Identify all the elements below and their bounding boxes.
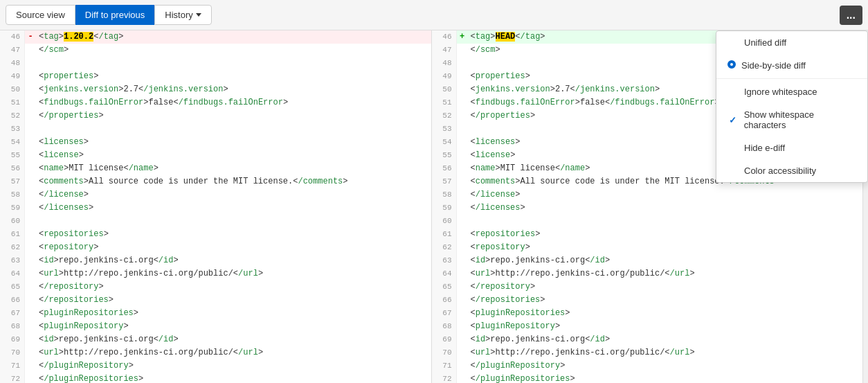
dropdown-item-show-ws[interactable]: ✓Show whitespace characters	[716, 103, 867, 136]
line-number: 72	[0, 373, 25, 383]
table-row: 51 <findbugs.failOnError>false</findbugs…	[0, 96, 431, 109]
line-content: </license>	[36, 188, 89, 202]
line-number: 55	[432, 149, 457, 162]
line-content: <name>MIT license</name>	[468, 162, 590, 175]
line-content: <repository>	[468, 241, 530, 254]
table-row: 72 </pluginRepositories>	[0, 373, 431, 383]
source-view-tab[interactable]: Source view	[6, 5, 75, 25]
table-row: 61 <repositories>	[432, 228, 863, 241]
line-content: <url>http://repo.jenkins-ci.org/public/<…	[468, 267, 695, 280]
line-content: <pluginRepository>	[36, 320, 129, 333]
line-content: </repository>	[36, 280, 104, 294]
line-number: 62	[432, 241, 457, 254]
table-row: 71 </pluginRepository>	[0, 359, 431, 373]
line-number: 60	[432, 215, 457, 228]
table-row: 69 <id>repo.jenkins-ci.org</id>	[0, 333, 431, 346]
line-content: </properties>	[468, 109, 536, 123]
line-number: 52	[432, 109, 457, 123]
table-row: 62 <repository>	[0, 241, 431, 254]
line-number: 72	[432, 373, 457, 383]
line-number: 59	[432, 202, 457, 215]
line-number: 64	[0, 267, 25, 280]
line-content: </pluginRepositories>	[36, 373, 143, 383]
more-options-button[interactable]: ...	[840, 6, 862, 25]
line-content: </scm>	[36, 44, 69, 57]
line-number: 56	[432, 162, 457, 175]
table-row: 47 </scm>	[0, 44, 431, 57]
table-row: 58 </license>	[0, 188, 431, 202]
line-content: <licenses>	[36, 136, 89, 149]
line-number: 67	[0, 307, 25, 320]
table-row: 65 </repository>	[0, 280, 431, 294]
chevron-down-icon	[196, 13, 201, 17]
table-row: 66 </repositories>	[0, 294, 431, 307]
line-number: 56	[0, 162, 25, 175]
line-content: <findbugs.failOnError>false</findbugs.fa…	[36, 96, 288, 109]
dropdown-item-unified[interactable]: Unified diff	[716, 31, 867, 54]
table-row: 65 </repository>	[432, 280, 863, 294]
line-content: </repositories>	[36, 294, 114, 307]
line-number: 71	[0, 359, 25, 373]
line-number: 71	[432, 359, 457, 373]
table-row: 58 </license>	[432, 188, 863, 202]
line-number: 49	[0, 70, 25, 83]
line-content: <repositories>	[36, 228, 109, 241]
history-tab[interactable]: History	[154, 5, 211, 25]
table-row: 59 </licenses>	[0, 202, 431, 215]
table-row: 48	[0, 57, 431, 70]
diff-to-previous-tab[interactable]: Diff to previous	[75, 5, 154, 25]
line-number: 66	[432, 294, 457, 307]
line-number: 68	[0, 320, 25, 333]
line-number: 54	[432, 136, 457, 149]
table-row: 71 </pluginRepository>	[432, 359, 863, 373]
line-number: 51	[432, 96, 457, 109]
table-row: 52 </properties>	[0, 109, 431, 123]
radio-selected-icon	[727, 60, 736, 71]
dropdown-item-hide-ediff[interactable]: Hide e-diff	[716, 136, 867, 159]
line-number: 69	[432, 333, 457, 346]
line-content: <license>	[468, 149, 516, 162]
line-number: 63	[432, 254, 457, 267]
line-content: </pluginRepositories>	[468, 373, 575, 383]
line-content: <licenses>	[468, 136, 521, 149]
line-number: 48	[0, 57, 25, 70]
line-content: <id>repo.jenkins-ci.org</id>	[468, 333, 611, 346]
line-content: <url>http://repo.jenkins-ci.org/public/<…	[468, 346, 695, 359]
line-sign: -	[25, 30, 36, 44]
table-row: 61 <repositories>	[0, 228, 431, 241]
table-row: 56 <name>MIT license</name>	[0, 162, 431, 175]
check-icon: ✓	[727, 115, 739, 125]
table-row: 49 <properties>	[0, 70, 431, 83]
line-content: <properties>	[36, 70, 98, 83]
line-content: <id>repo.jenkins-ci.org</id>	[468, 254, 611, 267]
line-number: 49	[432, 70, 457, 83]
line-sign: +	[457, 30, 468, 44]
line-number: 69	[0, 333, 25, 346]
line-content: <name>MIT license</name>	[36, 162, 159, 175]
line-number: 59	[0, 202, 25, 215]
line-number: 64	[432, 267, 457, 280]
line-content: <id>repo.jenkins-ci.org</id>	[36, 333, 179, 346]
diff-container: 46- <tag>1.20.2</tag>47 </scm>4849 <prop…	[0, 30, 868, 383]
line-number: 55	[0, 149, 25, 162]
line-number: 60	[0, 215, 25, 228]
line-number: 53	[0, 123, 25, 136]
dropdown-item-ignore-ws[interactable]: Ignore whitespace	[716, 80, 867, 103]
line-content: </licenses>	[36, 202, 93, 215]
line-content: <license>	[36, 149, 84, 162]
line-number: 70	[432, 346, 457, 359]
table-row: 72 </pluginRepositories>	[432, 373, 863, 383]
line-number: 48	[432, 57, 457, 70]
line-number: 65	[0, 280, 25, 294]
dropdown-item-label: Show whitespace characters	[744, 109, 856, 130]
line-number: 67	[432, 307, 457, 320]
table-row: 62 <repository>	[432, 241, 863, 254]
line-content: <findbugs.failOnError>false</findbugs.fa…	[468, 96, 720, 109]
line-number: 50	[432, 83, 457, 96]
dropdown-item-color-access[interactable]: Color accessibility	[716, 159, 867, 182]
dropdown-item-sidebyside[interactable]: Side-by-side diff	[716, 54, 867, 77]
line-number: 58	[0, 188, 25, 202]
line-content: </repositories>	[468, 294, 545, 307]
line-content: </pluginRepository>	[468, 359, 566, 373]
table-row: 67 <pluginRepositories>	[0, 307, 431, 320]
